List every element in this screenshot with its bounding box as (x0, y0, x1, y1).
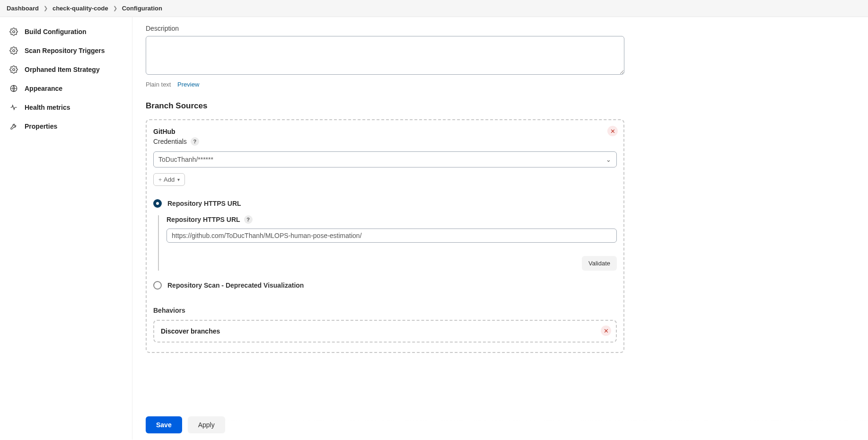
wrench-icon (9, 122, 18, 131)
discover-branches-card: ✕ Discover branches (153, 320, 617, 343)
remove-discover-branches-button[interactable]: ✕ (601, 326, 611, 336)
credentials-help-icon[interactable]: ? (191, 137, 199, 146)
behaviors-label: Behaviors (153, 307, 617, 314)
repository-url-help-icon[interactable]: ? (244, 215, 253, 224)
sidebar-item-health-metrics[interactable]: Health metrics (5, 99, 127, 115)
svg-point-2 (13, 69, 15, 71)
https-url-block: Repository HTTPS URL ? Validate (158, 215, 617, 271)
gear-icon (9, 46, 18, 55)
breadcrumb-item-configuration[interactable]: Configuration (122, 5, 162, 12)
remove-github-source-button[interactable]: ✕ (607, 126, 618, 136)
discover-branches-title: Discover branches (161, 327, 609, 335)
svg-point-1 (13, 50, 15, 52)
save-button[interactable]: Save (146, 416, 182, 433)
sidebar-item-label: Properties (25, 123, 57, 130)
sidebar-item-orphaned-strategy[interactable]: Orphaned Item Strategy (5, 62, 127, 78)
description-label: Description (146, 25, 715, 32)
sidebar-item-label: Health metrics (25, 104, 70, 111)
breadcrumb: Dashboard ❯ check-quality-code ❯ Configu… (0, 0, 868, 17)
credentials-label: Credentials (153, 138, 187, 145)
radio-https-label: Repository HTTPS URL (167, 200, 241, 207)
apply-button[interactable]: Apply (188, 416, 225, 433)
add-button-label: Add (164, 176, 175, 183)
close-icon: ✕ (604, 328, 609, 334)
svg-point-0 (13, 31, 15, 33)
plus-icon: + (158, 176, 162, 183)
radio-repository-scan[interactable] (153, 281, 162, 290)
credentials-select[interactable]: ToDucThanh/****** (153, 151, 617, 167)
plain-text-tab[interactable]: Plain text (146, 81, 171, 88)
radio-scan-label: Repository Scan - Deprecated Visualizati… (167, 282, 304, 289)
github-card-title: GitHub (153, 128, 617, 135)
sidebar-item-properties[interactable]: Properties (5, 118, 127, 134)
repository-https-url-input[interactable] (167, 229, 617, 243)
caret-down-icon: ▾ (177, 177, 180, 182)
close-icon: ✕ (610, 128, 615, 134)
sidebar: Build Configuration Scan Repository Trig… (0, 17, 132, 440)
description-textarea[interactable] (146, 36, 624, 75)
sidebar-item-label: Appearance (25, 85, 62, 92)
breadcrumb-item-project[interactable]: check-quality-code (53, 5, 108, 12)
pulse-icon (9, 103, 18, 112)
validate-button[interactable]: Validate (582, 256, 617, 271)
sidebar-item-scan-triggers[interactable]: Scan Repository Triggers (5, 43, 127, 59)
breadcrumb-item-dashboard[interactable]: Dashboard (7, 5, 39, 12)
branch-sources-title: Branch Sources (146, 101, 715, 111)
add-credentials-button[interactable]: + Add ▾ (153, 173, 185, 186)
gear-icon (9, 65, 18, 74)
bottom-action-bar: Save Apply (132, 410, 868, 440)
globe-icon (9, 84, 18, 93)
radio-repository-https-url[interactable] (153, 199, 162, 208)
gear-icon (9, 27, 18, 36)
chevron-right-icon: ❯ (44, 5, 48, 11)
github-source-card: ✕ GitHub Credentials ? ToDucThanh/******… (146, 119, 624, 353)
main-content: Description Plain text Preview Branch So… (132, 17, 728, 440)
chevron-right-icon: ❯ (113, 5, 117, 11)
preview-link[interactable]: Preview (177, 81, 199, 88)
sidebar-item-build-configuration[interactable]: Build Configuration (5, 24, 127, 40)
repository-https-url-label: Repository HTTPS URL (167, 216, 240, 223)
sidebar-item-label: Build Configuration (25, 28, 87, 35)
sidebar-item-label: Orphaned Item Strategy (25, 66, 100, 73)
sidebar-item-appearance[interactable]: Appearance (5, 80, 127, 97)
sidebar-item-label: Scan Repository Triggers (25, 47, 105, 54)
